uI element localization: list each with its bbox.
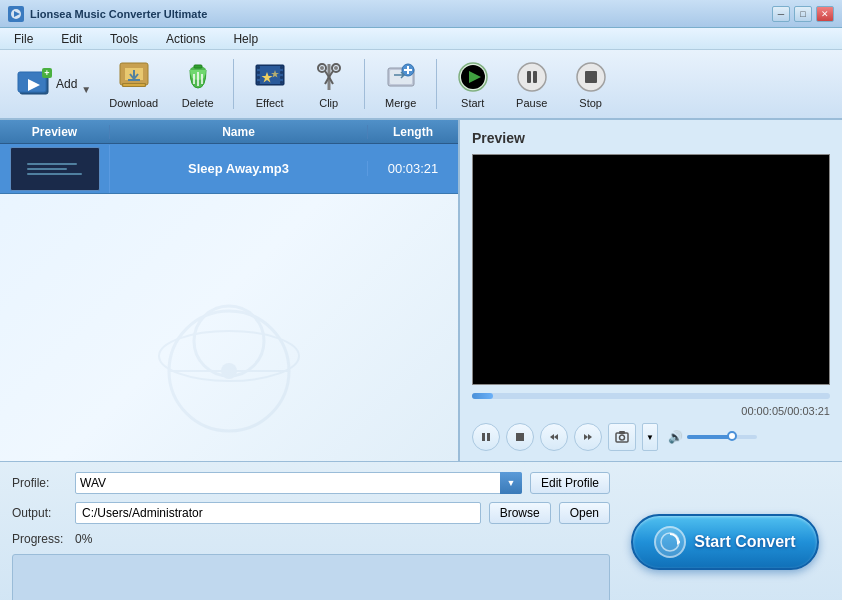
svg-point-43 <box>518 63 546 91</box>
delete-icon <box>180 59 216 95</box>
close-button[interactable]: ✕ <box>816 6 834 22</box>
file-length: 00:03:21 <box>368 161 458 176</box>
maximize-button[interactable]: □ <box>794 6 812 22</box>
start-button[interactable]: Start <box>445 54 500 114</box>
start-convert-text: Start Convert <box>694 533 795 551</box>
effect-button[interactable]: Effect <box>242 54 297 114</box>
preview-time: 00:00:05/00:03:21 <box>472 405 830 417</box>
menu-bar: File Edit Tools Actions Help <box>0 28 842 50</box>
clip-button[interactable]: Clip <box>301 54 356 114</box>
bottom-area: Profile: WAV Edit Profile Output: Browse… <box>0 462 842 600</box>
start-convert-button[interactable]: Start Convert <box>631 514 819 570</box>
svg-point-35 <box>320 66 324 70</box>
volume-area: 🔊 <box>668 430 757 444</box>
rewind-ctrl-button[interactable] <box>540 423 568 451</box>
menu-file[interactable]: File <box>8 30 39 48</box>
play-pause-ctrl-button[interactable] <box>472 423 500 451</box>
svg-marker-58 <box>584 434 588 440</box>
preview-video <box>472 154 830 385</box>
progress-value: 0% <box>75 532 92 546</box>
svg-marker-57 <box>550 434 554 440</box>
volume-thumb <box>727 431 737 441</box>
separator-1 <box>233 59 234 109</box>
svg-rect-26 <box>280 76 283 79</box>
pause-label: Pause <box>516 97 547 109</box>
merge-icon <box>383 59 419 95</box>
open-button[interactable]: Open <box>559 502 610 524</box>
merge-button[interactable]: Merge <box>373 54 428 114</box>
col-preview: Preview <box>0 125 110 139</box>
svg-rect-62 <box>619 431 625 434</box>
main-area: Preview Name Length Sleep Away.mp3 00:03… <box>0 120 842 462</box>
menu-tools[interactable]: Tools <box>104 30 144 48</box>
svg-rect-47 <box>585 71 597 83</box>
svg-point-52 <box>221 363 237 379</box>
download-label: Download <box>109 97 158 109</box>
menu-actions[interactable]: Actions <box>160 30 211 48</box>
svg-rect-12 <box>123 84 145 86</box>
svg-rect-45 <box>533 71 537 83</box>
stop-ctrl-button[interactable] <box>506 423 534 451</box>
window-title: Lionsea Music Converter Ultimate <box>30 8 772 20</box>
forward-ctrl-button[interactable] <box>574 423 602 451</box>
svg-point-61 <box>620 435 625 440</box>
svg-marker-56 <box>554 434 558 440</box>
minimize-button[interactable]: ─ <box>772 6 790 22</box>
preview-seekbar[interactable] <box>472 393 830 399</box>
file-list-area: Preview Name Length Sleep Away.mp3 00:03… <box>0 120 460 461</box>
progress-label: Progress: <box>12 532 67 546</box>
toolbar: + Add ▼ Download <box>0 50 842 120</box>
svg-rect-21 <box>257 71 260 74</box>
progress-bar <box>12 554 610 600</box>
svg-rect-55 <box>516 433 524 441</box>
pause-icon <box>514 59 550 95</box>
preview-progress-fill <box>472 393 493 399</box>
svg-rect-25 <box>280 71 283 74</box>
svg-rect-20 <box>257 66 260 69</box>
stop-button[interactable]: Stop <box>563 54 618 114</box>
browse-button[interactable]: Browse <box>489 502 551 524</box>
snapshot-button[interactable] <box>608 423 636 451</box>
clip-label: Clip <box>319 97 338 109</box>
profile-label: Profile: <box>12 476 67 490</box>
download-button[interactable]: Download <box>101 54 166 114</box>
start-label: Start <box>461 97 484 109</box>
title-bar: Lionsea Music Converter Ultimate ─ □ ✕ <box>0 0 842 28</box>
separator-2 <box>364 59 365 109</box>
output-row: Output: Browse Open <box>12 502 610 524</box>
file-row[interactable]: Sleep Away.mp3 00:03:21 <box>0 144 458 194</box>
svg-rect-54 <box>487 433 490 441</box>
start-convert-icon <box>654 526 686 558</box>
svg-rect-27 <box>280 81 283 84</box>
preview-controls: ▼ 🔊 <box>472 423 830 451</box>
preview-panel: Preview 00:00:05/00:03:21 <box>460 120 842 461</box>
svg-rect-24 <box>280 66 283 69</box>
menu-edit[interactable]: Edit <box>55 30 88 48</box>
file-row-preview-cell <box>0 145 110 193</box>
volume-slider[interactable] <box>687 435 757 439</box>
pause-button[interactable]: Pause <box>504 54 559 114</box>
merge-label: Merge <box>385 97 416 109</box>
snapshot-dropdown-button[interactable]: ▼ <box>642 423 658 451</box>
delete-button[interactable]: Delete <box>170 54 225 114</box>
profile-select[interactable]: WAV <box>75 472 522 494</box>
start-icon <box>455 59 491 95</box>
menu-help[interactable]: Help <box>227 30 264 48</box>
start-convert-area: Start Convert <box>620 472 830 600</box>
edit-profile-button[interactable]: Edit Profile <box>530 472 610 494</box>
file-table-header: Preview Name Length <box>0 120 458 144</box>
svg-marker-59 <box>588 434 592 440</box>
add-button[interactable]: + Add ▼ <box>10 54 97 114</box>
preview-label: Preview <box>472 130 830 146</box>
file-name: Sleep Away.mp3 <box>110 161 368 176</box>
profile-select-wrapper: WAV <box>75 472 522 494</box>
delete-label: Delete <box>182 97 214 109</box>
profile-row: Profile: WAV Edit Profile <box>12 472 610 494</box>
app-icon <box>8 6 24 22</box>
output-input[interactable] <box>75 502 481 524</box>
svg-text:+: + <box>44 68 49 78</box>
progress-row: Progress: 0% <box>12 532 610 546</box>
watermark <box>139 261 319 441</box>
add-icon: + <box>16 66 52 102</box>
volume-icon: 🔊 <box>668 430 683 444</box>
